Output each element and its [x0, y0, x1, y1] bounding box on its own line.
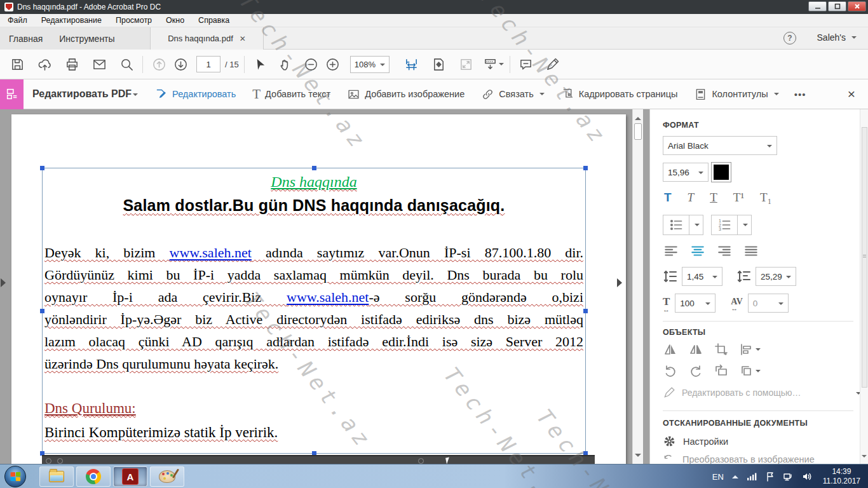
selection-handle[interactable] [40, 309, 44, 313]
align-center-button[interactable] [689, 243, 706, 259]
fit-width-button[interactable] [401, 53, 423, 75]
underline-button[interactable]: T [710, 191, 717, 205]
flip-vertical-button[interactable] [688, 342, 703, 357]
selection-handle[interactable] [40, 166, 44, 170]
scrollbar-thumb[interactable] [634, 123, 642, 140]
right-panel-toggle-icon[interactable] [617, 278, 627, 287]
font-size-select[interactable]: 15,96 [663, 163, 709, 182]
document-tab-close-icon[interactable]: ✕ [240, 34, 246, 43]
header-footer-button[interactable]: Колонтитулы [694, 88, 778, 101]
print-button[interactable] [61, 53, 83, 75]
paragraph-spacing-select[interactable]: 25,29 [756, 267, 796, 286]
more-tools-button[interactable]: ••• [794, 89, 806, 100]
pdf-page[interactable]: Dns haqqında Salam dostlar.Bu gün DNS ha… [11, 114, 626, 464]
action-center-flag-icon[interactable] [765, 471, 775, 482]
link-button[interactable]: Связать [481, 88, 544, 101]
hand-tool-button[interactable] [275, 53, 297, 75]
left-panel-toggle-icon[interactable] [1, 278, 10, 287]
saleh-net-link[interactable]: www.saleh.net [170, 245, 252, 261]
numbered-list-dropdown[interactable] [737, 215, 751, 234]
comment-button[interactable] [515, 53, 537, 75]
maximize-button[interactable] [828, 1, 846, 11]
tab-home[interactable]: Главная [9, 34, 43, 44]
subscript-button[interactable]: T₁ [760, 191, 771, 205]
flip-horizontal-button[interactable] [663, 342, 678, 357]
email-button[interactable] [88, 53, 110, 75]
save-button[interactable] [6, 53, 28, 75]
fullscreen-button[interactable] [456, 53, 477, 75]
volume-icon[interactable] [802, 471, 812, 482]
edit-pdf-title[interactable]: Редактировать PDF [32, 88, 138, 100]
bullet-list-dropdown[interactable] [689, 215, 703, 234]
panel-scrollbar-thumb[interactable] [862, 127, 867, 388]
tab-document[interactable]: Dns haqqında.pdf ✕ [151, 27, 264, 50]
numbered-list-button[interactable]: 123 [711, 215, 752, 235]
font-family-select[interactable]: Arial Black [663, 136, 777, 155]
next-page-button[interactable] [170, 53, 191, 75]
close-tools-icon[interactable]: × [848, 86, 855, 102]
taskbar-explorer-button[interactable] [39, 466, 74, 487]
panel-scrollbar[interactable] [860, 109, 868, 464]
zoom-out-button[interactable] [301, 53, 322, 75]
draw-tool-button[interactable] [542, 53, 564, 75]
selection-handle[interactable] [583, 309, 588, 313]
align-right-button[interactable] [716, 243, 733, 259]
help-icon[interactable]: ? [783, 32, 796, 44]
crop-pages-button[interactable]: Кадрировать страницы [561, 88, 678, 101]
zoom-in-button[interactable] [322, 53, 344, 75]
close-button[interactable] [848, 1, 866, 11]
minimize-button[interactable] [808, 1, 827, 11]
convert-to-image-row[interactable]: Преобразовать в изображение [663, 455, 815, 464]
share-upload-button[interactable] [34, 53, 55, 75]
menu-edit[interactable]: Редактирование [41, 16, 102, 25]
text-edit-box[interactable]: Dns haqqında Salam dostlar.Bu gün DNS ha… [42, 168, 586, 454]
document-scrollbar[interactable] [632, 109, 643, 464]
edit-button[interactable]: Редактировать [154, 88, 236, 101]
line-spacing-select[interactable]: 1,45 [682, 267, 722, 286]
panel-scroll-down-icon[interactable] [862, 455, 867, 460]
language-indicator[interactable]: EN [712, 472, 724, 482]
menu-view[interactable]: Просмотр [116, 16, 152, 25]
arrange-objects-button[interactable] [739, 363, 761, 379]
menu-help[interactable]: Справка [198, 16, 229, 25]
scroll-down-icon[interactable] [635, 454, 641, 460]
scan-settings-row[interactable]: Настройки [663, 435, 728, 448]
align-left-button[interactable] [663, 243, 679, 259]
previous-page-button[interactable] [148, 53, 170, 75]
superscript-button[interactable]: T¹ [733, 191, 744, 205]
taskbar-acrobat-button[interactable]: A [113, 466, 147, 487]
bold-button[interactable]: T [664, 191, 672, 205]
fit-page-button[interactable] [428, 53, 450, 75]
rotate-right-button[interactable] [688, 363, 703, 379]
font-color-swatch[interactable] [711, 162, 731, 182]
align-justify-button[interactable] [743, 243, 759, 259]
taskbar-paint-button[interactable] [150, 466, 184, 487]
bullet-list-button[interactable] [663, 215, 703, 235]
taskbar-clock[interactable]: 14:39 11.10.2017 [823, 467, 860, 486]
rotate-left-button[interactable] [663, 363, 678, 379]
start-button[interactable] [4, 466, 26, 487]
selection-handle[interactable] [583, 166, 588, 170]
menu-window[interactable]: Окно [166, 16, 184, 25]
user-account-menu[interactable]: Saleh's [817, 32, 857, 43]
replace-image-button[interactable] [714, 363, 729, 379]
search-button[interactable] [116, 53, 137, 75]
menu-file[interactable]: Файл [8, 16, 27, 25]
connection-icon[interactable] [783, 471, 794, 482]
add-image-button[interactable]: Добавить изображение [347, 88, 465, 101]
selection-handle[interactable] [312, 166, 316, 170]
page-number-input[interactable] [196, 56, 220, 72]
zoom-level-select[interactable]: 108% [350, 56, 390, 73]
saleh-net-link[interactable]: www.saleh.net [287, 289, 369, 305]
add-text-button[interactable]: T Добавить текст [252, 86, 330, 102]
italic-button[interactable]: T [688, 191, 695, 205]
crop-object-button[interactable] [714, 342, 729, 357]
char-spacing-select[interactable]: 0 [748, 294, 789, 313]
select-tool-button[interactable] [250, 53, 271, 75]
horizontal-scale-select[interactable]: 100 [675, 294, 715, 313]
taskbar-chrome-button[interactable] [76, 466, 111, 487]
scroll-up-icon[interactable] [635, 114, 641, 120]
show-hidden-icons-button[interactable] [732, 472, 738, 478]
align-objects-button[interactable] [739, 342, 761, 357]
toolbar-options-button[interactable] [483, 53, 505, 75]
